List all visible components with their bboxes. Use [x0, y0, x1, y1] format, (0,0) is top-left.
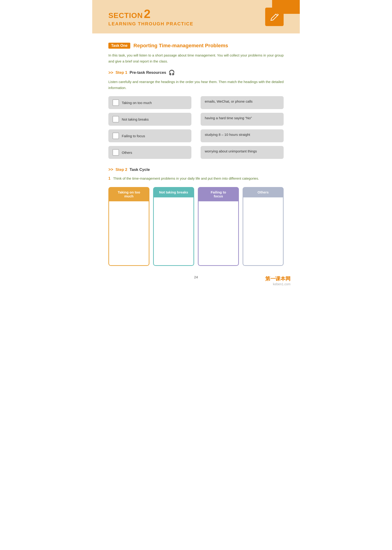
section-word: SECTION — [108, 11, 143, 20]
cat-header-3: Failing tofocus — [198, 187, 239, 201]
header-left: SECTION 2 LEARNING THROUGH PRACTICE — [108, 7, 193, 27]
orange-corner — [272, 0, 300, 14]
step2-title: Task Cycle — [130, 167, 150, 172]
checkbox-4[interactable] — [112, 149, 119, 156]
step2-header: >> Step 2 Task Cycle — [108, 167, 284, 172]
match-left-2: Not taking breaks — [108, 113, 191, 126]
watermark-url: keben1.com — [265, 282, 291, 286]
task-description: In this task, you will listen to a short… — [108, 52, 284, 64]
section-subtitle: LEARNING THROUGH PRACTICE — [108, 21, 193, 27]
category-not-taking-breaks: Not taking breaks — [153, 187, 194, 266]
match-left-text-3: Failing to focus — [122, 134, 145, 138]
step1-label: Step 1 — [116, 70, 127, 75]
category-others: Others — [243, 187, 284, 266]
match-right-4: worrying about unimportant things — [201, 146, 284, 159]
page-number: 24 — [194, 275, 198, 279]
match-left-3: Failing to focus — [108, 129, 191, 142]
watermark: 第一课本网 keben1.com — [265, 275, 291, 286]
task-one-title: Reporting Time-management Problems — [133, 43, 228, 49]
match-right-2: having a hard time saying “No” — [201, 113, 284, 126]
checkbox-2[interactable] — [112, 116, 119, 122]
match-right-text-3: studying 8 – 10 hours straight — [205, 132, 250, 137]
step1-title: Pre-task Resources — [130, 70, 166, 75]
match-right-text-4: worrying about unimportant things — [205, 149, 257, 153]
match-left-1: Taking on too much — [108, 96, 191, 109]
step2-instruction: 1 Think of the time-management problems … — [108, 175, 284, 181]
step1-header: >> Step 1 Pre-task Resources 🎧 — [108, 70, 284, 76]
step2-text: Think of the time-management problems in… — [113, 176, 259, 180]
category-taking-on-too-much: Taking on toomuch — [108, 187, 149, 266]
svg-marker-0 — [271, 13, 278, 20]
task-one-section: Task One Reporting Time-management Probl… — [108, 43, 284, 266]
section-number: 2 — [144, 7, 151, 21]
cat-header-2: Not taking breaks — [153, 187, 194, 197]
cat-header-4: Others — [243, 187, 284, 197]
category-failing-to-focus: Failing tofocus — [198, 187, 239, 266]
section-label-row: SECTION 2 — [108, 7, 193, 21]
cat-body-3[interactable] — [198, 201, 239, 266]
cat-header-1: Taking on toomuch — [108, 187, 149, 201]
match-right-text-1: emails, WeChat, or phone calls — [205, 99, 252, 103]
step2-arrows: >> — [108, 167, 113, 172]
step2-label: Step 2 — [116, 167, 127, 172]
match-right-text-2: having a hard time saying “No” — [205, 116, 252, 120]
page-footer: 24 — [108, 275, 284, 279]
match-right-3: studying 8 – 10 hours straight — [201, 129, 284, 142]
cat-body-1[interactable] — [108, 201, 149, 266]
step1-arrows: >> — [108, 70, 113, 75]
watermark-chinese: 第一课本网 — [265, 275, 291, 282]
checkbox-3[interactable] — [112, 132, 119, 139]
page: SECTION 2 LEARNING THROUGH PRACTICE Task… — [92, 0, 300, 293]
categories-grid: Taking on toomuch Not taking breaks Fail… — [108, 187, 284, 266]
match-left-text-4: Others — [122, 151, 132, 154]
matching-grid: Taking on too much emails, WeChat, or ph… — [108, 96, 284, 159]
svg-line-1 — [276, 14, 277, 16]
step1-instruction: Listen carefully and rearrange the headi… — [108, 79, 284, 91]
task-one-badge: Task One — [108, 43, 130, 49]
match-left-text-2: Not taking breaks — [122, 117, 149, 121]
cat-body-4[interactable] — [243, 197, 284, 266]
headphone-icon: 🎧 — [168, 70, 175, 76]
checkbox-1[interactable] — [112, 99, 119, 106]
match-left-text-1: Taking on too much — [122, 101, 152, 105]
match-right-1: emails, WeChat, or phone calls — [201, 96, 284, 109]
cat-body-2[interactable] — [153, 197, 194, 266]
step2-section: >> Step 2 Task Cycle 1 Think of the time… — [108, 167, 284, 266]
step2-num: 1 — [108, 176, 111, 180]
match-left-4: Others — [108, 146, 191, 159]
task-title-row: Task One Reporting Time-management Probl… — [108, 43, 284, 49]
header-banner: SECTION 2 LEARNING THROUGH PRACTICE — [92, 0, 300, 34]
